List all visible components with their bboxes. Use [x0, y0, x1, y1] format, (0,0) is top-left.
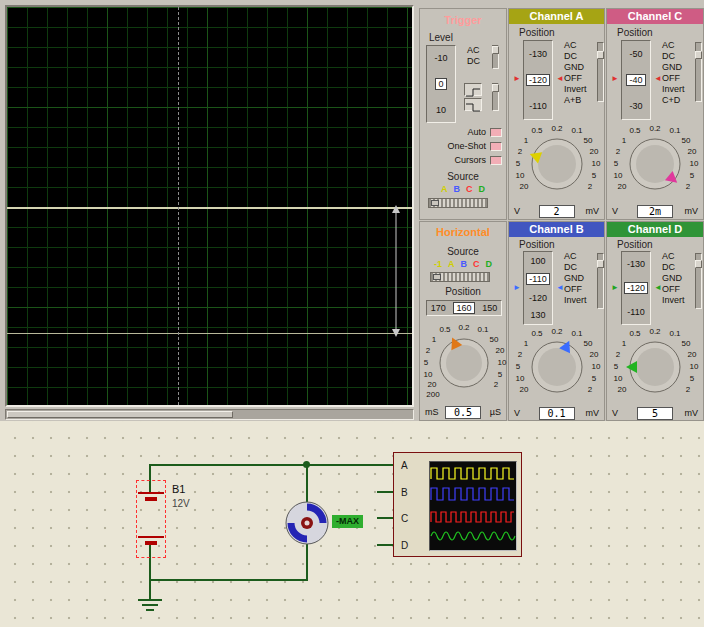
source-oneshot[interactable]: -1: [434, 259, 442, 269]
horizontal-source-slider[interactable]: [430, 272, 490, 282]
source-a[interactable]: A: [441, 184, 448, 194]
channel-a-coupling-slider[interactable]: [597, 42, 604, 102]
battery-value-label[interactable]: 12V: [172, 498, 190, 509]
knob-label: 0.5: [629, 329, 641, 338]
knob-label: 20: [496, 346, 505, 355]
knob-label: 5: [424, 358, 429, 367]
channel-c-gain-knob[interactable]: 0.5 0.2 0.1 1 2 5 10 20 50 20 10 5 2: [607, 123, 704, 205]
one-shot-button[interactable]: [490, 142, 502, 151]
channel-b-gain-knob[interactable]: 0.5 0.2 0.1 1 2 5 10 20 50 20 10 5 2: [509, 326, 606, 408]
channel-a-position-slider[interactable]: -130 -120 -110: [523, 40, 553, 120]
position-value: -50: [629, 49, 642, 59]
source-a[interactable]: A: [448, 259, 455, 269]
channel-c-coupling-slider[interactable]: [695, 42, 702, 102]
knob-label: 0.1: [477, 325, 489, 334]
source-c[interactable]: C: [466, 184, 473, 194]
battery-plate-long-1[interactable]: [138, 492, 164, 494]
channel-d-gain-knob[interactable]: 0.5 0.2 0.1 1 2 5 10 20 50 20 10 5 2: [607, 326, 704, 408]
wire-motor-bottom[interactable]: [306, 543, 308, 581]
knob-label: 5: [690, 374, 695, 383]
horizontal-source-channels[interactable]: -1 A B C D: [420, 259, 506, 269]
channel-d-coupling-slider[interactable]: [695, 253, 702, 309]
position-left-arrow[interactable]: ►: [513, 284, 521, 292]
trigger-position-cursor[interactable]: [178, 7, 179, 405]
position-left-arrow[interactable]: ►: [513, 75, 521, 83]
source-d[interactable]: D: [486, 259, 493, 269]
position-value: -110: [627, 307, 644, 317]
position-right-arrow[interactable]: ◄: [556, 75, 564, 83]
source-b[interactable]: B: [461, 259, 468, 269]
channel-b-coupling-handle[interactable]: [597, 260, 604, 268]
proteus-workspace: Trigger Level -10 0 10 AC DC Auto One-Sh…: [0, 0, 704, 627]
channel-a-coupling-handle[interactable]: [597, 51, 604, 59]
channel-c-panel: Channel C Position ► -50 -40 -30 ◄ AC DC…: [606, 8, 704, 220]
channel-c-position-slider[interactable]: -50 -40 -30: [621, 40, 651, 120]
wire-top[interactable]: [149, 464, 395, 466]
channel-a-gain-knob[interactable]: 0.5 0.2 0.1 1 2 5 10 20 50 20 10 5 2: [509, 123, 606, 205]
channel-b-position-slider[interactable]: 100 -110 -120 130: [523, 251, 553, 325]
unit-millivolts: mV: [685, 408, 699, 418]
knob-label: 5: [516, 159, 521, 168]
oscilloscope-component[interactable]: A B C D: [393, 452, 522, 557]
wire-motor-top[interactable]: [306, 464, 308, 503]
channel-d-position-slider[interactable]: -130 -120 -110: [621, 251, 651, 325]
trigger-edge-handle[interactable]: [492, 84, 499, 92]
unit-millivolts: mV: [685, 206, 699, 216]
knob-label: 50: [584, 339, 593, 348]
channel-b-coupling-labels: AC DC GND OFF Invert: [564, 251, 587, 306]
ground-bar-3[interactable]: [146, 609, 154, 611]
trigger-coupling-slider[interactable]: [492, 45, 499, 69]
knob-label: 10: [690, 159, 699, 168]
ground-bar-2[interactable]: [142, 604, 158, 606]
source-c[interactable]: C: [473, 259, 480, 269]
trigger-coupling-handle[interactable]: [492, 46, 499, 54]
trigger-source-channels[interactable]: A B C D: [420, 184, 506, 194]
horizontal-title: Horizontal: [420, 226, 506, 238]
ground-stub[interactable]: [149, 580, 151, 599]
battery-ref-label[interactable]: B1: [172, 483, 185, 495]
source-b[interactable]: B: [454, 184, 461, 194]
position-value: -130: [627, 259, 645, 269]
knob-label: 1: [432, 335, 437, 344]
terminal-c-label: C: [401, 513, 408, 524]
display-scrollbar-thumb[interactable]: [7, 411, 233, 418]
knob-label: 2: [518, 350, 523, 359]
channel-d-coupling-handle[interactable]: [695, 260, 702, 268]
trigger-edge-slider[interactable]: [492, 83, 499, 111]
knob-label: 20: [688, 350, 697, 359]
channel-c-scale-value: 2m: [637, 205, 673, 218]
ground-bar-1[interactable]: [138, 599, 162, 601]
trigger-level-slider[interactable]: -10 0 10: [426, 45, 456, 123]
wire-bottom[interactable]: [149, 579, 308, 581]
position-label: Position: [617, 239, 653, 250]
position-left-arrow[interactable]: ►: [611, 75, 619, 83]
trigger-source-handle[interactable]: [431, 200, 439, 206]
cursors-button[interactable]: [490, 156, 502, 165]
falling-edge-icon[interactable]: [464, 98, 482, 111]
timebase-knob[interactable]: 0.5 0.2 0.1 1 2 5 10 20 200 50 20 10 5 2: [420, 322, 508, 406]
position-left-arrow[interactable]: ►: [611, 284, 619, 292]
knob-label: 50: [490, 335, 499, 344]
schematic-canvas[interactable]: B1 12V -MAX A B C D: [0, 421, 704, 627]
trigger-source-slider[interactable]: [428, 198, 488, 208]
unit-ms: mS: [425, 407, 439, 417]
source-d[interactable]: D: [479, 184, 486, 194]
knob-label: 20: [428, 380, 437, 389]
rising-edge-icon[interactable]: [464, 83, 482, 96]
position-right-arrow[interactable]: ◄: [654, 75, 662, 83]
battery-plate-long-2[interactable]: [138, 536, 164, 538]
position-right-arrow[interactable]: ◄: [556, 284, 564, 292]
channel-b-coupling-slider[interactable]: [597, 253, 604, 309]
horizontal-source-handle[interactable]: [433, 274, 441, 280]
channel-c-coupling-handle[interactable]: [695, 51, 702, 59]
position-value: 100: [530, 256, 545, 266]
horizontal-position-slider[interactable]: 170 160 150: [426, 300, 502, 316]
knob-label: 5: [614, 362, 619, 371]
battery-plate-short-1[interactable]: [145, 497, 157, 501]
coupling-gnd: GND: [662, 273, 685, 284]
display-scrollbar[interactable]: [5, 409, 414, 420]
auto-button[interactable]: [490, 128, 502, 137]
motor-component[interactable]: [285, 501, 329, 545]
position-right-arrow[interactable]: ◄: [654, 284, 662, 292]
battery-plate-short-2[interactable]: [145, 541, 157, 545]
